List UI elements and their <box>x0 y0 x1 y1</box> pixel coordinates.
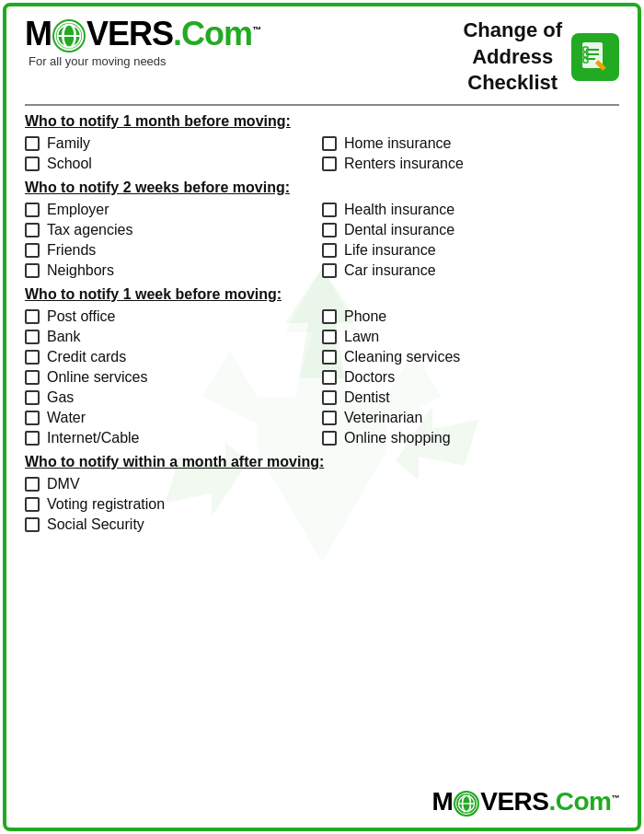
tagline: For all your moving needs <box>29 54 167 68</box>
checkbox[interactable] <box>322 411 337 425</box>
checklist-icon <box>571 33 619 81</box>
list-item: Water <box>25 408 322 428</box>
title-area: Change ofAddressChecklist <box>463 17 619 97</box>
checkbox[interactable] <box>25 309 40 324</box>
checkbox[interactable] <box>322 136 337 151</box>
list-item: Home insurance <box>322 133 619 154</box>
checklist-grid-1month: Family Home insurance School Renters ins… <box>25 133 619 174</box>
logo-com: .Com <box>173 15 252 52</box>
list-item: Doctors <box>322 367 619 388</box>
list-item: Cleaning services <box>322 347 619 367</box>
checkbox[interactable] <box>25 477 40 492</box>
checkbox[interactable] <box>25 263 40 278</box>
logo-globe-icon <box>52 19 86 52</box>
list-item: Lawn <box>322 327 619 347</box>
svg-point-15 <box>463 795 471 811</box>
list-item: Friends <box>25 240 322 261</box>
svg-point-4 <box>63 25 75 48</box>
checkbox[interactable] <box>322 203 337 217</box>
checkbox[interactable] <box>25 350 40 365</box>
logo-tm: ™ <box>252 25 260 35</box>
checkbox[interactable] <box>25 330 40 344</box>
section-header-1month: Who to notify 1 month before moving: <box>25 113 619 130</box>
checkbox[interactable] <box>322 263 337 278</box>
checkbox[interactable] <box>322 431 337 446</box>
logo-area: MVERS.Com™ For all your moving needs <box>25 17 260 68</box>
checkbox[interactable] <box>25 156 40 171</box>
footer-logo-com: .Com <box>549 787 612 816</box>
footer-tm: ™ <box>612 793 620 803</box>
checkbox[interactable] <box>25 390 40 405</box>
checkbox[interactable] <box>25 203 40 217</box>
section-header-after: Who to notify within a month after movin… <box>25 454 619 470</box>
checkbox[interactable] <box>25 517 40 532</box>
list-item: Phone <box>322 307 619 327</box>
checkbox[interactable] <box>322 350 337 365</box>
list-item: Credit cards <box>25 347 322 367</box>
footer-logo-globe-icon <box>454 791 479 817</box>
section-header-2weeks: Who to notify 2 weeks before moving: <box>25 180 619 196</box>
checkbox[interactable] <box>322 156 337 171</box>
header: MVERS.Com™ For all your moving needs Cha… <box>25 17 619 97</box>
list-item: Car insurance <box>322 261 619 281</box>
list-item: Tax agencies <box>25 220 322 240</box>
checkbox[interactable] <box>25 243 40 258</box>
section-header-1week: Who to notify 1 week before moving: <box>25 286 619 303</box>
checkbox[interactable] <box>25 223 40 237</box>
header-divider <box>25 104 619 106</box>
content-area: MVERS.Com™ For all your moving needs Cha… <box>6 6 638 544</box>
list-item: School <box>25 154 322 174</box>
list-item: Dentist <box>322 388 619 408</box>
list-item: Internet/Cable <box>25 428 322 448</box>
checkbox[interactable] <box>25 497 40 512</box>
checkbox[interactable] <box>25 411 40 425</box>
footer-logo-text: MVERS.Com™ <box>431 787 619 817</box>
list-item: Family <box>25 133 322 154</box>
list-item: Neighbors <box>25 261 322 281</box>
checkbox[interactable] <box>322 309 337 324</box>
checklist-list-after: DMV Voting registration Social Security <box>25 474 619 535</box>
checkbox[interactable] <box>322 370 337 385</box>
list-item: Life insurance <box>322 240 619 261</box>
list-item: Veterinarian <box>322 408 619 428</box>
page-title: Change ofAddressChecklist <box>463 17 562 97</box>
checkbox[interactable] <box>322 330 337 344</box>
list-item: Voting registration <box>25 494 619 515</box>
logo: MVERS.Com™ <box>25 17 260 52</box>
list-item: Gas <box>25 388 322 408</box>
list-item: Post office <box>25 307 322 327</box>
list-item: Social Security <box>25 515 619 535</box>
footer-logo: MVERS.Com™ <box>431 787 619 817</box>
checkbox[interactable] <box>25 431 40 446</box>
list-item: Online shopping <box>322 428 619 448</box>
list-item: Health insurance <box>322 200 619 220</box>
logo-m: M <box>25 15 52 52</box>
list-item: Renters insurance <box>322 154 619 174</box>
list-item: Employer <box>25 200 322 220</box>
checkbox[interactable] <box>322 390 337 405</box>
checkbox[interactable] <box>25 370 40 385</box>
checkbox[interactable] <box>322 243 337 258</box>
checklist-grid-2weeks: Employer Health insurance Tax agencies D… <box>25 200 619 281</box>
list-item: Bank <box>25 327 322 347</box>
logo-overs: VERS <box>86 15 173 52</box>
list-item: Online services <box>25 367 322 388</box>
list-item: Dental insurance <box>322 220 619 240</box>
checklist-grid-1week: Post office Phone Bank Lawn Credit cards… <box>25 307 619 448</box>
list-item: DMV <box>25 474 619 494</box>
checkbox[interactable] <box>25 136 40 151</box>
checkbox[interactable] <box>322 223 337 237</box>
main-container: MVERS.Com™ For all your moving needs Cha… <box>3 3 641 831</box>
